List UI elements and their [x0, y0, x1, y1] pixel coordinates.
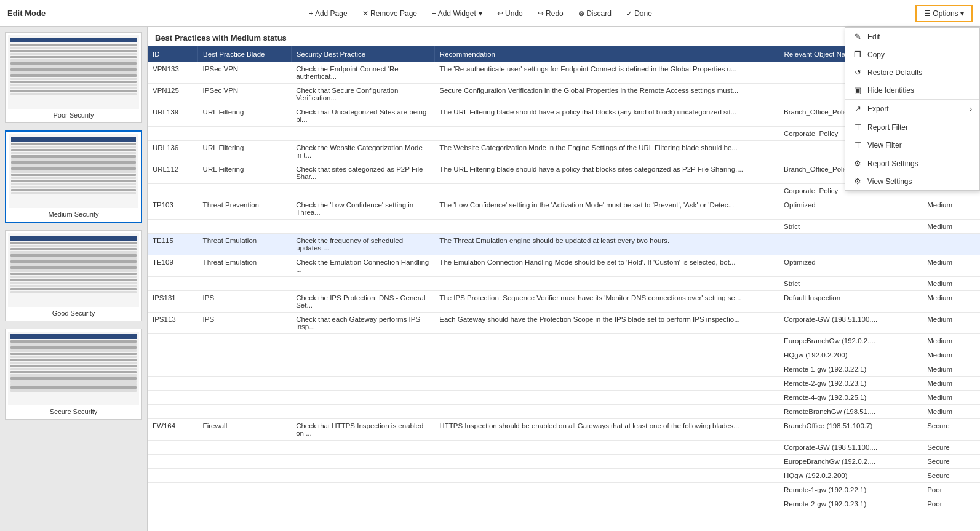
cell-id	[148, 184, 198, 198]
cell-status: Secure	[922, 469, 979, 483]
sidebar-item-poor-security[interactable]: Poor Security	[5, 32, 142, 123]
discard-button[interactable]: ⊗ Discard	[575, 8, 615, 19]
cell-id: VPN133	[148, 62, 198, 84]
table-row[interactable]: Strict Medium	[148, 277, 980, 291]
cell-status: Medium	[922, 313, 979, 334]
col-header-blade: Best Practice Blade	[198, 46, 292, 62]
add-widget-button[interactable]: + Add Widget▾	[428, 8, 486, 19]
cell-blade	[198, 441, 292, 455]
cell-practice: Check that each Gateway performs IPS ins…	[291, 313, 434, 334]
table-row[interactable]: Remote-1-gw (192.0.22.1) Medium	[148, 362, 980, 377]
cell-status: Medium	[922, 334, 979, 348]
cell-practice	[291, 334, 434, 348]
table-row[interactable]: Strict Medium	[148, 220, 980, 234]
cell-practice	[291, 391, 434, 405]
remove-page-button[interactable]: ✕ Remove Page	[359, 8, 421, 19]
cell-practice: Check that sites categorized as P2P File…	[291, 162, 434, 184]
cell-id	[148, 405, 198, 419]
table-row[interactable]: TP103 Threat Prevention Check the 'Low C…	[148, 198, 980, 220]
export-menu-item[interactable]: ↗ Export ›	[845, 100, 979, 118]
cell-id	[148, 362, 198, 377]
table-row[interactable]: RemoteBranchGw (198.51.... Medium	[148, 405, 980, 419]
medium-security-label: Medium Security	[9, 208, 138, 219]
cell-recommendation: The Website Categorization Mode in the E…	[434, 141, 779, 162]
cell-object: Remote-2-gw (192.0.23.1)	[779, 377, 922, 391]
cell-status: Poor	[922, 483, 979, 497]
sidebar-item-good-security[interactable]: Good Security	[5, 230, 142, 321]
cell-blade	[198, 377, 292, 391]
sidebar-item-medium-security[interactable]: Medium Security	[5, 130, 142, 223]
undo-button[interactable]: ↩ Undo	[493, 8, 527, 19]
copy-menu-item[interactable]: ❐ Copy	[845, 46, 979, 63]
table-row[interactable]: EuropeBranchGw (192.0.2.... Secure	[148, 455, 980, 469]
table-row[interactable]: Corporate-GW (198.51.100.... Secure	[148, 441, 980, 455]
table-row[interactable]: IPS113 IPS Check that each Gateway perfo…	[148, 313, 980, 334]
cell-id: TE115	[148, 234, 198, 255]
report-filter-menu-item[interactable]: ⊤ Report Filter	[845, 118, 979, 136]
cell-practice	[291, 441, 434, 455]
cell-practice	[291, 184, 434, 198]
cell-practice	[291, 405, 434, 419]
cell-recommendation: The IPS Protection: Sequence Verifier mu…	[434, 291, 779, 313]
cell-status: Secure	[922, 441, 979, 455]
cell-practice: Check that Secure Configuration Verifica…	[291, 84, 434, 105]
cell-id	[148, 377, 198, 391]
cell-id: TE109	[148, 255, 198, 277]
table-row[interactable]: TE109 Threat Emulation Check the Emulati…	[148, 255, 980, 277]
cell-object: Optimized	[779, 255, 922, 277]
add-page-button[interactable]: + Add Page	[305, 8, 351, 19]
hide-identities-menu-item[interactable]: ▣ Hide Identities	[845, 81, 979, 99]
options-button[interactable]: ☰ Options ▾	[915, 5, 973, 22]
done-button[interactable]: ✓ Done	[623, 8, 656, 19]
report-settings-menu-item[interactable]: ⚙ Report Settings	[845, 154, 979, 172]
cell-recommendation	[434, 377, 779, 391]
cell-recommendation	[434, 362, 779, 377]
cell-practice	[291, 377, 434, 391]
table-row[interactable]: IPS131 IPS Check the IPS Protection: DNS…	[148, 291, 980, 313]
cell-id: URL139	[148, 105, 198, 127]
cell-object: RemoteBranchGw (198.51....	[779, 405, 922, 419]
cell-blade: Threat Prevention	[198, 198, 292, 220]
cell-status: Secure	[922, 419, 979, 441]
options-dropdown: ✎ Edit ❐ Copy ↺ Restore Defaults ▣ Hide …	[845, 27, 980, 191]
cell-recommendation: The URL Filtering blade should have a po…	[434, 162, 779, 184]
cell-recommendation: HTTPS Inspection should be enabled on al…	[434, 419, 779, 441]
redo-button[interactable]: ↪ Redo	[534, 8, 567, 19]
table-row[interactable]: Remote-4-gw (192.0.25.1) Medium	[148, 391, 980, 405]
cell-blade	[198, 184, 292, 198]
view-settings-icon: ⚙	[853, 177, 862, 186]
table-row[interactable]: HQgw (192.0.2.200) Medium	[148, 348, 980, 362]
edit-menu-item[interactable]: ✎ Edit	[845, 28, 979, 46]
cell-recommendation: Each Gateway should have the Protection …	[434, 313, 779, 334]
cell-status: Medium	[922, 277, 979, 291]
table-row[interactable]: Remote-2-gw (192.0.23.1) Medium	[148, 377, 980, 391]
table-row[interactable]: EuropeBranchGw (192.0.2.... Medium	[148, 334, 980, 348]
cell-blade: Firewall	[198, 419, 292, 441]
cell-recommendation	[434, 348, 779, 362]
view-settings-menu-item[interactable]: ⚙ View Settings	[845, 172, 979, 190]
cell-id: TP103	[148, 198, 198, 220]
table-row[interactable]: TE115 Threat Emulation Check the frequen…	[148, 234, 980, 255]
cell-object: Strict	[779, 220, 922, 234]
table-row[interactable]: Remote-1-gw (192.0.22.1) Poor	[148, 483, 980, 497]
table-row[interactable]: Remote-2-gw (192.0.23.1) Poor	[148, 497, 980, 511]
cell-practice	[291, 348, 434, 362]
view-filter-menu-item[interactable]: ⊤ View Filter	[845, 136, 979, 154]
cell-id	[148, 127, 198, 141]
table-row[interactable]: HQgw (192.0.2.200) Secure	[148, 469, 980, 483]
restore-defaults-menu-item[interactable]: ↺ Restore Defaults	[845, 63, 979, 81]
cell-practice: Check the Emulation Connection Handling …	[291, 255, 434, 277]
cell-status	[922, 234, 979, 255]
cell-status: Secure	[922, 455, 979, 469]
cell-status: Medium	[922, 255, 979, 277]
sidebar: Poor Security	[0, 27, 148, 531]
cell-recommendation	[434, 391, 779, 405]
restore-icon: ↺	[853, 68, 862, 77]
cell-blade	[198, 348, 292, 362]
cell-object: Remote-2-gw (192.0.23.1)	[779, 497, 922, 511]
table-row[interactable]: FW164 Firewall Check that HTTPS Inspecti…	[148, 419, 980, 441]
cell-id	[148, 391, 198, 405]
sidebar-item-secure-security[interactable]: Secure Security	[5, 329, 142, 420]
cell-practice	[291, 362, 434, 377]
cell-id	[148, 348, 198, 362]
